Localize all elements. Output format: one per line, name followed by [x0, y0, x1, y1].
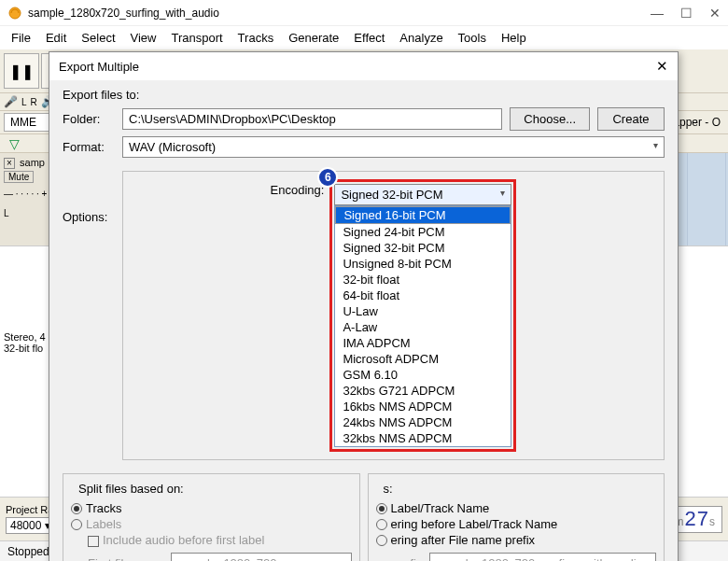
split-labels-radio[interactable]: Labels: [71, 517, 352, 531]
audio-host-select[interactable]: MME: [4, 113, 50, 132]
folder-label: Folder:: [63, 112, 115, 126]
encoding-opt[interactable]: Unsigned 8-bit PCM: [335, 256, 511, 272]
menu-tracks[interactable]: Tracks: [232, 29, 280, 47]
close-button[interactable]: ✕: [709, 6, 721, 21]
encoding-opt[interactable]: 16kbs NMS ADPCM: [335, 399, 511, 414]
encoding-opt[interactable]: 32kbs G721 ADPCM: [335, 383, 511, 399]
include-audio-check: [88, 536, 99, 547]
pause-button[interactable]: ❚❚: [4, 53, 39, 89]
encoding-label: Encoding:: [271, 183, 325, 197]
mic-icon: 🎤: [4, 95, 18, 108]
menu-bar: File Edit Select View Transport Tracks G…: [0, 26, 728, 49]
menu-analyze[interactable]: Analyze: [394, 29, 448, 47]
menu-transport[interactable]: Transport: [165, 29, 228, 47]
menu-file[interactable]: File: [6, 29, 36, 47]
dialog-close-button[interactable]: ✕: [656, 58, 668, 75]
format-label: Format:: [63, 140, 115, 154]
encoding-opt[interactable]: U-Law: [335, 303, 511, 319]
export-to-label: Export files to:: [63, 88, 665, 102]
menu-view[interactable]: View: [125, 29, 162, 47]
choose-button[interactable]: Choose...: [510, 107, 590, 131]
encoding-opt[interactable]: A-Law: [335, 319, 511, 335]
split-label: Split files based on:: [75, 482, 188, 496]
track-name[interactable]: samp: [20, 157, 45, 168]
encoding-dropdown[interactable]: Signed 16-bit PCM Signed 24-bit PCM Sign…: [334, 205, 511, 447]
menu-edit[interactable]: Edit: [40, 29, 72, 47]
encoding-opt[interactable]: Signed 24-bit PCM: [335, 224, 511, 240]
create-button[interactable]: Create: [597, 107, 665, 131]
name-opt1-radio[interactable]: Label/Track Name: [376, 501, 657, 515]
first-file-input: [171, 553, 351, 561]
folder-input[interactable]: [122, 108, 502, 130]
name-files-label: s:: [380, 482, 397, 496]
window-title: sample_1280x720_surfing_with_audio: [28, 7, 651, 20]
mapper-label: apper - O: [673, 116, 724, 129]
track-close-button[interactable]: ×: [4, 158, 15, 169]
encoding-opt[interactable]: Signed 16-bit PCM: [335, 206, 511, 224]
encoding-opt[interactable]: 64-bit float: [335, 288, 511, 303]
dialog-titlebar: Export Multiple ✕: [49, 52, 678, 80]
mute-button[interactable]: Mute: [4, 171, 34, 183]
menu-generate[interactable]: Generate: [283, 29, 344, 47]
minimize-button[interactable]: —: [651, 6, 664, 21]
encoding-opt[interactable]: Signed 32-bit PCM: [335, 240, 511, 256]
rec-label-l: L: [21, 97, 27, 107]
app-icon: [7, 6, 22, 21]
dialog-title: Export Multiple: [59, 60, 656, 74]
menu-help[interactable]: Help: [496, 29, 532, 47]
split-tracks-radio[interactable]: Tracks: [71, 501, 352, 515]
track-info: Stereo, 4 32-bit flo: [4, 331, 49, 354]
playhead-icon: ▽: [9, 136, 20, 151]
menu-tools[interactable]: Tools: [453, 29, 492, 47]
encoding-opt[interactable]: Microsoft ADPCM: [335, 351, 511, 367]
encoding-opt[interactable]: 24kbs NMS ADPCM: [335, 414, 511, 430]
options-label: Options:: [63, 210, 115, 224]
first-file-label: First file name:: [88, 556, 167, 561]
encoding-opt[interactable]: GSM 6.10: [335, 367, 511, 383]
menu-effect[interactable]: Effect: [348, 29, 390, 47]
rec-label-r: R: [31, 97, 37, 107]
maximize-button[interactable]: ☐: [680, 6, 693, 21]
format-select[interactable]: WAV (Microsoft): [122, 136, 665, 158]
title-bar: sample_1280x720_surfing_with_audio — ☐ ✕: [0, 0, 728, 26]
menu-select[interactable]: Select: [76, 29, 120, 47]
prefix-label: ne prefix:: [376, 556, 426, 561]
name-opt3-radio[interactable]: ering after File name prefix: [376, 533, 657, 547]
name-opt2-radio[interactable]: ering before Label/Track Name: [376, 517, 657, 531]
export-multiple-dialog: Export Multiple ✕ Export files to: Folde…: [49, 51, 679, 561]
encoding-opt[interactable]: IMA ADPCM: [335, 335, 511, 351]
encoding-select[interactable]: Signed 32-bit PCM: [334, 184, 511, 205]
prefix-input: [429, 553, 656, 561]
encoding-opt[interactable]: 32kbs NMS ADPCM: [335, 430, 511, 446]
encoding-opt[interactable]: 32-bit float: [335, 272, 511, 288]
